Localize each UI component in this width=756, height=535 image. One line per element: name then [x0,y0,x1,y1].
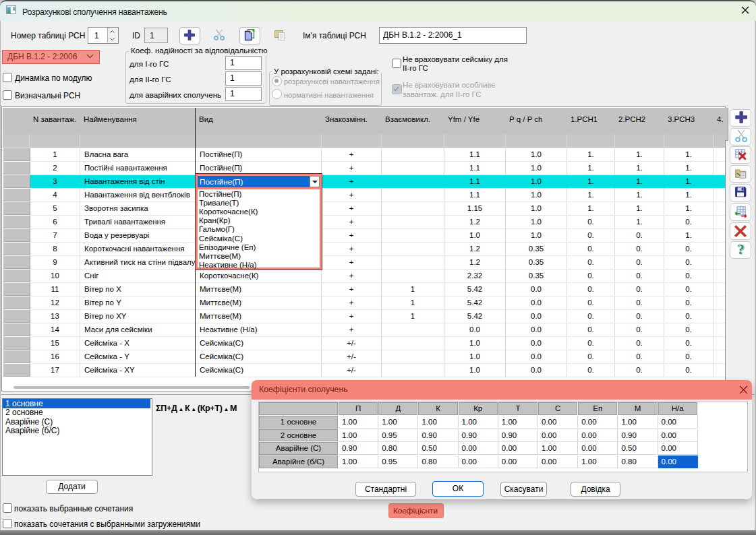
svg-text:?: ? [737,243,745,256]
